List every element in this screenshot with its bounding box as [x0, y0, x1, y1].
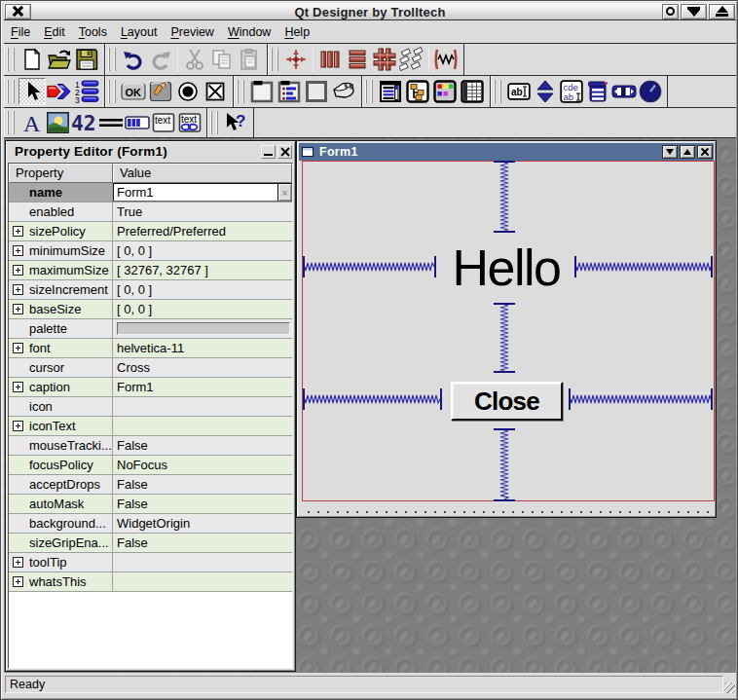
property-name-cell[interactable]: baseSize: [9, 300, 113, 318]
dial-widget-button[interactable]: [637, 78, 663, 105]
palette-preview-button[interactable]: [117, 322, 290, 335]
new-file-button[interactable]: [18, 46, 46, 73]
tab-order-button[interactable]: 1 2 3: [73, 78, 100, 105]
app-shade-button[interactable]: [662, 4, 679, 19]
save-file-button[interactable]: [73, 46, 100, 73]
expand-icon[interactable]: [13, 245, 23, 256]
property-value-cell[interactable]: False: [113, 495, 292, 513]
expand-icon[interactable]: [13, 265, 23, 276]
expand-icon[interactable]: [13, 284, 23, 295]
property-row-palette[interactable]: palette: [9, 319, 292, 339]
redo-button[interactable]: [147, 46, 174, 73]
property-row-toolTip[interactable]: toolTip: [9, 553, 292, 572]
expand-icon[interactable]: [13, 576, 23, 587]
menu-edit[interactable]: Edit: [37, 23, 72, 41]
property-name-cell[interactable]: enabled: [9, 203, 113, 221]
property-value-cell[interactable]: True: [113, 203, 292, 221]
adjust-size-button[interactable]: [282, 46, 310, 73]
menu-file[interactable]: File: [4, 23, 37, 41]
app-close-button[interactable]: [5, 4, 31, 19]
menu-tools[interactable]: Tools: [72, 23, 114, 41]
property-row-baseSize[interactable]: baseSize[ 0, 0 ]: [9, 300, 292, 319]
undo-button[interactable]: [120, 46, 147, 73]
property-value-cell[interactable]: [113, 397, 292, 416]
property-row-caption[interactable]: captionForm1: [9, 378, 292, 397]
menu-layout[interactable]: Layout: [114, 23, 165, 41]
checkbox-widget-button[interactable]: [202, 78, 229, 105]
spinbox-widget-button[interactable]: [532, 78, 558, 105]
property-row-cursor[interactable]: cursorCross: [9, 358, 292, 378]
table-widget-button[interactable]: [459, 78, 486, 105]
property-row-acceptDrops[interactable]: acceptDropsFalse: [9, 475, 292, 495]
property-value-cell[interactable]: NoFocus: [113, 456, 292, 474]
form-titlebar[interactable]: Form1: [299, 143, 714, 161]
expand-icon[interactable]: [13, 557, 23, 568]
horizontal-spacer-left-of-button[interactable]: [303, 388, 442, 410]
toolbar-handle[interactable]: [365, 80, 373, 103]
connect-signals-button[interactable]: [46, 78, 73, 105]
property-value-cell[interactable]: [ 32767, 32767 ]: [113, 261, 292, 279]
toolbar-handle[interactable]: [271, 48, 278, 71]
resize-grip[interactable]: [724, 682, 735, 693]
form-minimize-button[interactable]: [662, 145, 678, 159]
property-row-icon[interactable]: icon: [9, 397, 292, 417]
property-name-cell[interactable]: sizePolicy: [9, 222, 113, 240]
property-row-whatsThis[interactable]: whatsThis: [9, 572, 292, 592]
horizontal-spacer-left-of-label[interactable]: [303, 256, 436, 277]
property-editor-close-button[interactable]: [277, 145, 292, 159]
vertical-spacer-top[interactable]: [494, 161, 515, 233]
property-row-name[interactable]: nameForm1×: [9, 183, 292, 203]
property-value-cell[interactable]: [ 0, 0 ]: [113, 300, 292, 318]
property-value-cell[interactable]: [113, 417, 292, 435]
property-name-cell[interactable]: focusPolicy: [9, 456, 113, 474]
iconview-widget-button[interactable]: [431, 78, 459, 105]
property-value-cell[interactable]: WidgetOrigin: [113, 514, 292, 533]
form-maximize-button[interactable]: [680, 145, 695, 159]
property-value-cell[interactable]: False: [113, 475, 292, 494]
toolbar-handle[interactable]: [210, 111, 218, 134]
lineedit-widget-button[interactable]: ab: [505, 78, 532, 105]
horizontal-spacer-right-of-label[interactable]: [574, 256, 713, 277]
layout-vertical-button[interactable]: [344, 46, 371, 73]
column-header-value[interactable]: Value: [113, 164, 292, 183]
toolbar-handle[interactable]: [7, 111, 15, 134]
property-row-autoMask[interactable]: autoMaskFalse: [9, 495, 292, 514]
app-maximize-button[interactable]: [709, 4, 735, 19]
combobox-widget-button[interactable]: [584, 78, 610, 105]
line-widget-button[interactable]: [97, 109, 124, 136]
vertical-spacer-middle[interactable]: [494, 303, 515, 373]
form-close-button[interactable]: [697, 145, 713, 159]
form-label-hello[interactable]: Hello: [441, 242, 572, 293]
property-name-cell[interactable]: icon: [9, 397, 113, 416]
property-name-cell[interactable]: minimumSize: [9, 241, 113, 260]
slider-widget-button[interactable]: [610, 78, 637, 105]
property-name-cell[interactable]: acceptDrops: [9, 475, 113, 494]
paste-button[interactable]: [236, 46, 263, 73]
property-name-cell[interactable]: name: [9, 183, 113, 202]
form-canvas[interactable]: Hello Close: [299, 161, 714, 515]
textlabel-widget-button[interactable]: A: [18, 109, 45, 136]
property-value-cell[interactable]: Cross: [113, 358, 292, 377]
menu-window[interactable]: Window: [221, 23, 277, 41]
frame-widget-button[interactable]: [303, 78, 330, 105]
property-name-cell[interactable]: whatsThis: [9, 572, 113, 591]
toolbar-handle[interactable]: [7, 48, 15, 71]
property-value-cell[interactable]: [113, 553, 292, 571]
property-name-cell[interactable]: caption: [9, 378, 113, 396]
property-name-cell[interactable]: sizeIncrement: [9, 280, 113, 299]
property-row-maximumSize[interactable]: maximumSize[ 32767, 32767 ]: [9, 261, 292, 280]
expand-icon[interactable]: [13, 382, 23, 392]
property-editor-minimize-button[interactable]: [261, 145, 276, 159]
property-value-cell[interactable]: [ 0, 0 ]: [113, 241, 292, 260]
toolbar-handle[interactable]: [7, 80, 15, 103]
pushbutton-widget-button[interactable]: OK: [120, 78, 147, 105]
expand-icon[interactable]: [13, 226, 23, 237]
open-file-button[interactable]: [46, 46, 73, 73]
property-row-mouseTracki[interactable]: mouseTracki...False: [9, 436, 292, 456]
pixmaplabel-widget-button[interactable]: [45, 109, 71, 136]
property-name-cell[interactable]: background...: [9, 514, 113, 533]
whatsthis-button[interactable]: ?: [222, 109, 249, 136]
vertical-spacer-bottom[interactable]: [494, 428, 515, 501]
lcdnumber-widget-button[interactable]: 42: [71, 109, 97, 136]
property-row-iconText[interactable]: iconText: [9, 417, 292, 436]
